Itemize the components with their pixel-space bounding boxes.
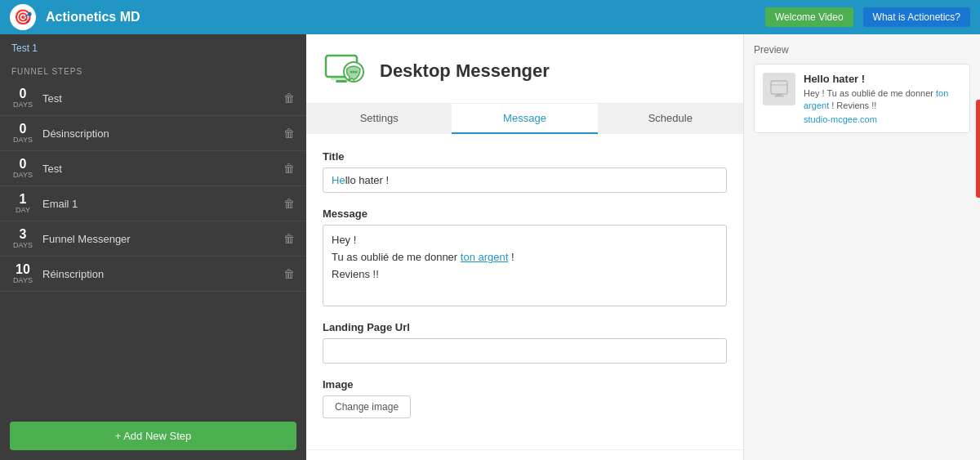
message-textarea[interactable]: Hey ! Tu as oublié de me donner ton arge… xyxy=(323,225,727,306)
breadcrumb: Test 1 xyxy=(0,34,306,62)
delete-step-4-icon[interactable]: 🗑 xyxy=(283,197,295,210)
funnel-step-6[interactable]: 10 DAYS Réinscription 🗑 xyxy=(0,257,306,292)
page-header: Desktop Messenger xyxy=(306,34,743,104)
svg-point-5 xyxy=(353,71,355,74)
title-input[interactable]: Hello hater ! xyxy=(323,167,727,193)
main-content: Desktop Messenger Settings Message Sched… xyxy=(306,34,743,460)
svg-rect-7 xyxy=(771,81,787,94)
image-field-group: Image Change image xyxy=(323,378,727,418)
step-day-1: 0 DAYS xyxy=(11,87,34,109)
change-image-button[interactable]: Change image xyxy=(323,395,411,418)
svg-rect-9 xyxy=(776,94,782,96)
image-label: Image xyxy=(323,378,727,391)
landing-page-url-field-group: Landing Page Url xyxy=(323,321,727,364)
message-line2: Tu as oublié de me donner ton argent ! xyxy=(332,249,718,266)
funnel-step-5[interactable]: 3 DAYS Funnel Messenger 🗑 xyxy=(0,221,306,257)
top-header: 🎯 Actionetics MD Welcome Video What is A… xyxy=(0,0,980,34)
delete-step-3-icon[interactable]: 🗑 xyxy=(283,162,295,175)
tab-bar: Settings Message Schedule xyxy=(306,104,743,134)
funnel-steps-list: 0 DAYS Test 🗑 0 DAYS Désinscription 🗑 0 … xyxy=(0,81,306,292)
preview-title: Hello hater ! xyxy=(804,73,961,85)
funnel-step-2[interactable]: 0 DAYS Désinscription 🗑 xyxy=(0,116,306,151)
form-footer: Save & Exit Next Step xyxy=(306,449,743,460)
add-new-step-button[interactable]: + Add New Step xyxy=(10,422,296,450)
step-day-4: 1 DAY xyxy=(11,193,34,214)
tab-settings[interactable]: Settings xyxy=(306,104,452,134)
funnel-step-1[interactable]: 0 DAYS Test 🗑 xyxy=(0,81,306,116)
form-area: Title Hello hater ! Message Hey ! Tu as … xyxy=(306,134,743,449)
preview-label: Preview xyxy=(754,44,970,56)
funnel-steps-label: FUNNEL STEPS xyxy=(0,62,306,81)
tab-message[interactable]: Message xyxy=(452,104,597,134)
funnel-step-3[interactable]: 0 DAYS Test 🗑 xyxy=(0,151,306,186)
svg-point-4 xyxy=(350,71,353,74)
app-title: Actionetics MD xyxy=(46,10,755,25)
svg-rect-10 xyxy=(774,96,784,97)
what-is-actionetics-button[interactable]: What is Actionetics? xyxy=(863,7,970,27)
desktop-messenger-icon xyxy=(323,49,367,93)
svg-rect-2 xyxy=(336,80,347,83)
title-label: Title xyxy=(323,150,727,163)
message-line3: Reviens !! xyxy=(332,266,718,284)
title-rest: llo hater ! xyxy=(345,174,389,186)
welcome-video-button[interactable]: Welcome Video xyxy=(765,7,853,27)
preview-card: Hello hater ! Hey ! Tu as oublié de me d… xyxy=(754,64,970,133)
step-day-2: 0 DAYS xyxy=(11,123,34,144)
landing-page-url-label: Landing Page Url xyxy=(323,321,727,333)
message-line1: Hey ! xyxy=(332,232,718,249)
delete-step-2-icon[interactable]: 🗑 xyxy=(283,127,295,140)
preview-message: Hey ! Tu as oublié de me donner ton arge… xyxy=(804,87,961,113)
main-layout: Test 1 FUNNEL STEPS 0 DAYS Test 🗑 0 DAYS… xyxy=(0,34,980,460)
message-field-group: Message Hey ! Tu as oublié de me donner … xyxy=(323,208,727,306)
app-logo: 🎯 xyxy=(10,4,36,30)
step-day-3: 0 DAYS xyxy=(11,158,34,179)
preview-panel: Preview Hello hater ! Hey ! Tu as oublié… xyxy=(743,34,980,460)
title-field-group: Title Hello hater ! xyxy=(323,150,727,193)
title-hello-highlight: He xyxy=(332,174,345,186)
message-label: Message xyxy=(323,208,727,220)
delete-step-5-icon[interactable]: 🗑 xyxy=(283,232,295,245)
step-day-6: 10 DAYS xyxy=(11,263,34,284)
landing-page-url-input[interactable] xyxy=(323,338,727,364)
message-link: ton argent xyxy=(461,251,509,263)
page-title: Desktop Messenger xyxy=(380,60,550,82)
svg-point-6 xyxy=(355,71,358,74)
tab-schedule[interactable]: Schedule xyxy=(598,104,743,134)
red-side-indicator xyxy=(976,100,980,198)
delete-step-1-icon[interactable]: 🗑 xyxy=(283,92,295,105)
content-and-preview: Desktop Messenger Settings Message Sched… xyxy=(306,34,980,460)
preview-thumbnail xyxy=(763,73,795,105)
preview-content: Hello hater ! Hey ! Tu as oublié de me d… xyxy=(804,73,961,124)
funnel-step-4[interactable]: 1 DAY Email 1 🗑 xyxy=(0,186,306,221)
step-day-5: 3 DAYS xyxy=(11,228,34,249)
preview-url: studio-mcgee.com xyxy=(804,114,961,124)
sidebar: Test 1 FUNNEL STEPS 0 DAYS Test 🗑 0 DAYS… xyxy=(0,34,306,460)
delete-step-6-icon[interactable]: 🗑 xyxy=(283,267,295,280)
